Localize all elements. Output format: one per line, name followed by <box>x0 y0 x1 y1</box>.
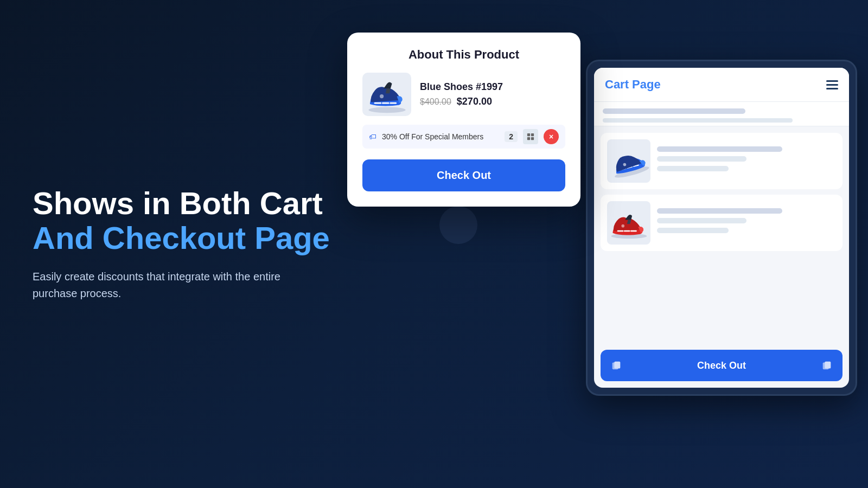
price-row: $400.00 $270.00 <box>420 96 565 107</box>
product-row: Blue Shoes #1997 $400.00 $270.00 <box>362 73 565 116</box>
tablet-header: Cart Page <box>594 68 849 102</box>
cart-item-1-image <box>607 139 650 183</box>
sale-price: $270.00 <box>457 96 492 107</box>
product-popup: About This Product Blue Shoes #1997 $400… <box>347 33 580 207</box>
copy-icon-left <box>610 359 622 371</box>
tablet-checkout-button[interactable]: Check Out <box>601 350 843 381</box>
original-price: $400.00 <box>420 97 451 107</box>
tablet-checkout-label: Check Out <box>622 360 821 371</box>
cart-page-mockup: Cart Page <box>586 60 857 396</box>
placeholder-line <box>657 208 782 214</box>
svg-rect-10 <box>527 133 530 136</box>
svg-point-9 <box>380 94 384 98</box>
hamburger-line2 <box>826 84 838 86</box>
cart-item-1 <box>601 133 843 189</box>
main-headline: Shows in Both Cart And Checkout Page <box>33 186 330 255</box>
placeholder-line <box>657 218 746 223</box>
product-name: Blue Shoes #1997 <box>420 81 565 93</box>
tablet-content <box>594 126 849 350</box>
cart-item-2-lines <box>657 208 836 237</box>
placeholder-line <box>657 146 782 152</box>
svg-rect-13 <box>531 137 534 140</box>
headline-line2: And Checkout Page <box>33 220 330 255</box>
deco-circle <box>439 206 477 244</box>
copy-icon-right <box>821 359 833 371</box>
popup-title: About This Product <box>362 48 565 62</box>
remove-button[interactable]: × <box>544 129 559 144</box>
quantity-display: 2 <box>505 131 518 142</box>
headline-line1: Shows in Both Cart <box>33 185 323 221</box>
product-info: Blue Shoes #1997 $400.00 $270.00 <box>420 81 565 107</box>
cart-page-title: Cart Page <box>605 78 661 92</box>
grid-icon <box>527 133 534 140</box>
discount-row: 🏷 30% Off For Special Members 2 × <box>362 125 565 149</box>
svg-point-8 <box>368 107 405 113</box>
product-shoe-image <box>364 75 410 114</box>
cart-item-2-image <box>607 201 650 245</box>
hamburger-line3 <box>826 88 838 89</box>
placeholder-line <box>657 156 746 162</box>
popup-checkout-button[interactable]: Check Out <box>362 159 565 191</box>
placeholder-line <box>657 228 729 233</box>
cart-item-1-lines <box>657 146 836 176</box>
svg-rect-11 <box>531 133 534 136</box>
svg-point-3 <box>621 224 624 227</box>
product-image-box <box>362 73 411 116</box>
close-icon: × <box>549 132 553 141</box>
tablet-inner: Cart Page <box>594 68 849 388</box>
svg-rect-7 <box>825 362 831 369</box>
tag-icon: 🏷 <box>369 132 376 141</box>
quantity-controls[interactable] <box>523 129 538 144</box>
svg-rect-5 <box>614 362 620 369</box>
hamburger-icon[interactable] <box>826 80 838 89</box>
hamburger-line1 <box>826 80 838 82</box>
subtext: Easily create discounts that integrate w… <box>33 268 293 302</box>
quantity-stepper[interactable] <box>523 129 538 144</box>
placeholder-line <box>657 166 729 171</box>
left-content-area: Shows in Both Cart And Checkout Page Eas… <box>33 186 330 302</box>
cart-item-2 <box>601 195 843 251</box>
discount-label: 30% Off For Special Members <box>382 132 499 141</box>
svg-rect-12 <box>527 137 530 140</box>
